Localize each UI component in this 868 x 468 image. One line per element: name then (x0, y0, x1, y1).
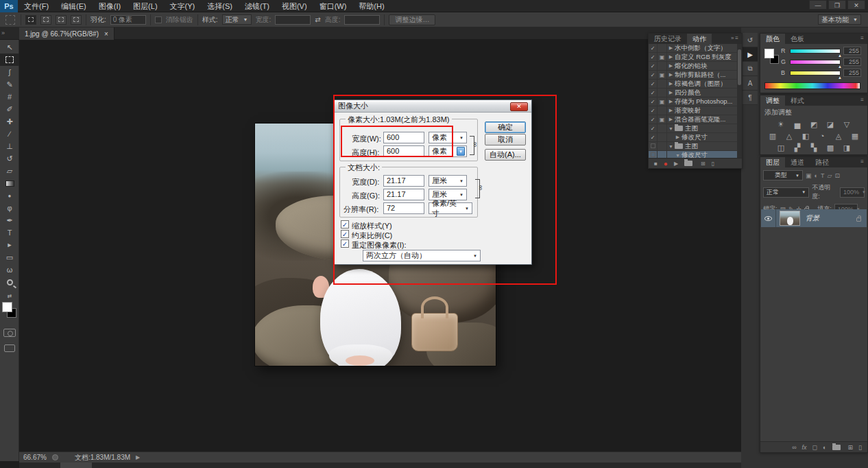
status-expand-icon[interactable]: ▶ (136, 454, 140, 460)
tab-styles[interactable]: 样式 (785, 95, 810, 106)
gradient-map-icon[interactable]: ▩ (825, 143, 836, 152)
layer-visibility-cell[interactable] (761, 209, 776, 227)
black-white-icon[interactable]: ◧ (801, 132, 811, 141)
new-selection-button[interactable] (25, 15, 36, 25)
tab-swatches[interactable]: 色板 (785, 34, 810, 44)
brightness-contrast-icon[interactable]: ☀ (776, 120, 786, 129)
foreground-color-swatch[interactable] (764, 49, 774, 58)
intersect-selection-button[interactable] (71, 15, 82, 25)
action-row[interactable]: ✓▶棕褐色调（图层） (649, 80, 742, 89)
antialias-checkbox[interactable] (155, 16, 162, 23)
ok-button[interactable]: 确定 (485, 121, 526, 133)
exposure-icon[interactable]: ◪ (825, 120, 836, 129)
slider-handle-icon[interactable]: ▲ (838, 65, 842, 69)
expand-arrow-icon[interactable]: ▶ (667, 99, 675, 104)
hand-tool[interactable]: ω (0, 264, 19, 276)
action-row[interactable]: ✓▣▶存储为 Photoshop... (649, 97, 742, 106)
new-set-icon[interactable] (684, 161, 692, 166)
expand-arrow-icon[interactable]: ▶ (674, 134, 682, 140)
delete-layer-icon[interactable]: ▯ (858, 444, 862, 451)
type-tool[interactable]: T (0, 226, 19, 239)
menu-window[interactable]: 窗口(W) (313, 0, 353, 12)
play-action-icon[interactable]: ▶ (674, 161, 678, 167)
zoom-level[interactable]: 66.67% (23, 454, 47, 461)
new-group-icon[interactable] (832, 445, 841, 450)
actions-scrollbar[interactable] (737, 44, 742, 158)
character-panel-icon[interactable]: A (743, 76, 758, 91)
marquee-tool-icon[interactable] (5, 15, 15, 25)
swap-dimensions-icon[interactable]: ⇄ (315, 16, 320, 23)
expand-arrow-icon[interactable]: ▶ (667, 90, 675, 95)
tab-channels[interactable]: 通道 (785, 157, 810, 167)
menu-file[interactable]: 文件(F) (18, 0, 55, 12)
doc-height-input[interactable]: 21.17 (383, 189, 424, 200)
menu-image[interactable]: 图像(I) (93, 0, 127, 12)
blend-mode-select[interactable]: 正常▼ (763, 187, 809, 198)
delete-action-icon[interactable]: ▯ (712, 161, 714, 167)
shape-tool[interactable]: ▭ (0, 251, 19, 264)
action-row[interactable]: ✓▣▶自定义 RGB 到灰度 (649, 53, 742, 62)
close-button[interactable]: ✕ (847, 0, 865, 10)
red-slider[interactable]: ▲ (790, 49, 841, 54)
expand-arrow-icon[interactable]: ▼ (667, 144, 675, 149)
eyedropper-tool[interactable]: ✐ (0, 103, 19, 115)
filter-type-layers-icon[interactable]: T (821, 172, 825, 179)
document-tab[interactable]: 1.jpg @ 66.7%(RGB/8#) × (19, 27, 114, 40)
action-row[interactable]: ✓▣▶制作剪贴路径（... (649, 71, 742, 80)
actions-panel-icon[interactable]: ▶ (743, 47, 758, 62)
move-tool[interactable]: ↖ (0, 41, 19, 54)
dialog-title-bar[interactable]: 图像大小 ✕ (334, 100, 531, 113)
pixel-width-input[interactable]: 600 (383, 132, 424, 143)
resolution-unit-select[interactable]: 像素/英寸▼ (429, 202, 472, 214)
color-lookup-icon[interactable]: ▦ (850, 132, 860, 141)
expand-arrow-icon[interactable]: ▼ (674, 153, 682, 158)
width-input[interactable] (275, 15, 311, 25)
add-selection-button[interactable] (40, 15, 51, 25)
new-layer-icon[interactable]: ⊞ (848, 444, 854, 451)
opacity-value[interactable]: 100%▼ (840, 187, 865, 198)
expand-arrow-icon[interactable]: ▼ (667, 126, 675, 131)
doc-width-unit-select[interactable]: 厘米▼ (429, 175, 467, 187)
menu-type[interactable]: 文字(Y) (164, 0, 202, 12)
panel-menu-icon[interactable]: ≡ (860, 97, 865, 103)
hue-saturation-icon[interactable]: ▥ (768, 132, 778, 141)
tab-actions[interactable]: 动作 (687, 34, 712, 44)
workspace-select[interactable]: 基本功能▼ (818, 14, 861, 25)
color-balance-icon[interactable]: △ (784, 132, 795, 141)
menu-layer[interactable]: 图层(L) (127, 0, 163, 12)
paragraph-panel-icon[interactable]: ¶ (743, 91, 758, 105)
color-spectrum-ramp[interactable] (764, 82, 860, 89)
menu-view[interactable]: 视图(V) (276, 0, 313, 12)
gradient-tool[interactable] (0, 177, 19, 189)
action-row[interactable]: ✓▶渐变映射 (649, 106, 742, 115)
scale-styles-checkbox[interactable]: ✓ (341, 220, 349, 229)
stop-recording-icon[interactable]: ■ (654, 161, 658, 167)
filter-pixel-layers-icon[interactable]: ▣ (806, 172, 812, 179)
action-row[interactable]: ✓▶水中倒影（文字） (649, 44, 742, 53)
menu-help[interactable]: 帮助(H) (352, 0, 390, 12)
layer-effects-icon[interactable]: fx (802, 444, 807, 451)
red-value[interactable]: 255 (843, 47, 861, 55)
clone-stamp-tool[interactable]: ⊥ (0, 140, 19, 152)
expand-arrow-icon[interactable]: ▶ (667, 72, 675, 78)
pixel-height-input[interactable]: 600 (383, 145, 424, 157)
minimize-button[interactable]: — (809, 0, 827, 10)
eraser-tool[interactable]: ▱ (0, 165, 19, 177)
pixel-width-unit-select[interactable]: 像素▼ (429, 132, 467, 143)
action-row[interactable]: ✓▶熔化的铅块 (649, 62, 742, 71)
history-panel-icon[interactable]: ↺ (743, 33, 758, 47)
blue-slider[interactable]: ▲ (790, 71, 841, 75)
zoom-tool[interactable] (0, 276, 19, 288)
tab-layers[interactable]: 图层 (760, 157, 785, 167)
dodge-tool[interactable]: φ (0, 202, 19, 214)
tab-color[interactable]: 颜色 (760, 34, 785, 44)
tab-history[interactable]: 历史记录 (649, 34, 687, 44)
pen-tool[interactable]: ✒ (0, 214, 19, 226)
curves-icon[interactable]: ◩ (809, 120, 819, 129)
tab-close-icon[interactable]: × (104, 30, 108, 38)
path-selection-tool[interactable]: ► (0, 239, 19, 251)
subtract-selection-button[interactable] (56, 15, 67, 25)
restore-button[interactable]: ❐ (828, 0, 846, 10)
expand-arrow-icon[interactable]: ▶ (667, 81, 675, 86)
expand-arrow-icon[interactable]: ▶ (667, 45, 675, 51)
